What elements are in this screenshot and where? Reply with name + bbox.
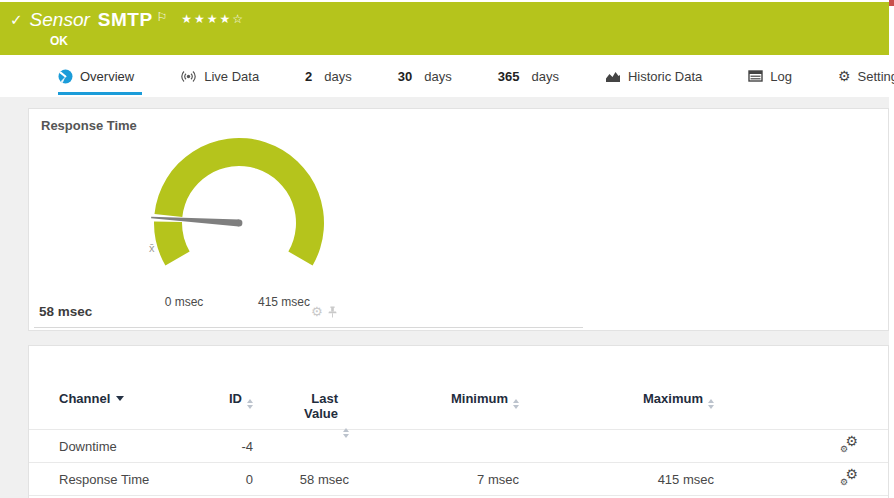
tab-label: Historic Data xyxy=(628,69,702,84)
response-time-gauge-panel: Response Time x̄ 0 msec 415 msec 58 msec… xyxy=(28,108,889,331)
column-header-minimum[interactable]: Minimum xyxy=(349,391,519,409)
tab-label: days xyxy=(424,69,451,84)
priority-stars[interactable]: ★★★★☆ xyxy=(181,12,245,26)
channel-settings-gears-icon[interactable]: ⚙ ⚙ xyxy=(840,470,858,485)
table-row-response-time[interactable]: Response Time 0 58 msec 7 msec 415 msec … xyxy=(29,463,888,496)
tab-bar: Overview Live Data 2 days 30 days 365 xyxy=(0,55,889,97)
channel-name[interactable]: Response Time xyxy=(59,472,199,487)
tab-day-count: 30 xyxy=(398,69,412,84)
column-header-maximum[interactable]: Maximum xyxy=(519,391,714,409)
gear-icon: ⚙ xyxy=(840,445,848,454)
channel-settings-gears-icon[interactable]: ⚙ ⚙ xyxy=(840,437,858,452)
column-label: ID xyxy=(229,391,242,406)
gauge-icon xyxy=(58,69,73,84)
sort-icon[interactable] xyxy=(343,428,349,438)
tab-live-data[interactable]: Live Data xyxy=(180,55,259,97)
table-header-row: Channel ID Last Value Minimum Maximum xyxy=(29,346,888,430)
tab-log[interactable]: Log xyxy=(748,55,792,97)
column-label: Minimum xyxy=(451,391,508,406)
pin-icon[interactable] xyxy=(328,306,337,318)
sensor-type-label: Sensor xyxy=(30,9,90,31)
channel-minimum: 7 msec xyxy=(349,472,519,487)
response-time-gauge xyxy=(114,123,364,303)
column-label: Maximum xyxy=(643,391,703,406)
column-label: Last Value xyxy=(296,391,338,421)
tab-historic-data[interactable]: Historic Data xyxy=(605,55,702,97)
channels-table-panel: Channel ID Last Value Minimum Maximum Do… xyxy=(28,345,889,498)
tab-label: Live Data xyxy=(204,69,259,84)
channel-id: -4 xyxy=(199,439,253,454)
channel-id: 0 xyxy=(199,472,253,487)
log-list-icon xyxy=(748,70,763,82)
gauge-min-label: 0 msec xyxy=(149,295,219,309)
tab-day-count: 365 xyxy=(498,69,520,84)
chevron-down-icon xyxy=(116,396,124,401)
gauge-arc-segment xyxy=(154,222,190,266)
tab-label: Settings xyxy=(858,69,894,84)
tab-label: days xyxy=(324,69,351,84)
table-row-downtime[interactable]: Downtime -4 ⚙ ⚙ xyxy=(29,430,888,463)
tab-label: days xyxy=(531,69,558,84)
live-broadcast-icon xyxy=(180,70,197,83)
gauge-widget-controls: ⚙ xyxy=(311,305,337,318)
tab-day-count: 2 xyxy=(305,69,312,84)
status-badge: OK xyxy=(50,34,889,48)
channel-name[interactable]: Downtime xyxy=(59,439,199,454)
column-header-last-value[interactable]: Last Value xyxy=(253,391,349,438)
tab-365-days[interactable]: 365 days xyxy=(498,55,559,97)
column-header-channel[interactable]: Channel xyxy=(59,391,199,406)
gear-icon: ⚙ xyxy=(840,478,848,487)
tab-settings[interactable]: ⚙ Settings xyxy=(838,55,894,97)
sensor-name: SMTP xyxy=(98,9,153,31)
gauge-max-label: 415 msec xyxy=(249,295,319,309)
content-area: Response Time x̄ 0 msec 415 msec 58 msec… xyxy=(0,97,889,498)
tab-overview[interactable]: Overview xyxy=(58,55,134,97)
sort-icon[interactable] xyxy=(708,399,714,409)
clipped-corner-artifact xyxy=(889,0,894,6)
channel-last-value: 58 msec xyxy=(253,472,349,487)
ok-check-icon: ✓ xyxy=(10,11,23,29)
widget-settings-gear-icon[interactable]: ⚙ xyxy=(311,305,323,318)
tab-label: Log xyxy=(770,69,792,84)
settings-gear-icon: ⚙ xyxy=(838,69,851,83)
tab-label: Overview xyxy=(80,69,134,84)
channel-maximum: 415 msec xyxy=(519,472,714,487)
gauge-current-value: 58 msec xyxy=(39,304,92,319)
mean-marker: x̄ xyxy=(149,242,155,254)
tab-2-days[interactable]: 2 days xyxy=(305,55,352,97)
tab-30-days[interactable]: 30 days xyxy=(398,55,452,97)
area-chart-icon xyxy=(605,70,621,83)
prtg-sensor-page: ✓ Sensor SMTP ⚐ ★★★★☆ OK Overview xyxy=(0,0,894,498)
column-header-id[interactable]: ID xyxy=(199,391,253,409)
priority-flag-icon[interactable]: ⚐ xyxy=(157,10,168,24)
column-label: Channel xyxy=(59,391,110,406)
sensor-status-header: ✓ Sensor SMTP ⚐ ★★★★☆ OK xyxy=(0,2,889,55)
